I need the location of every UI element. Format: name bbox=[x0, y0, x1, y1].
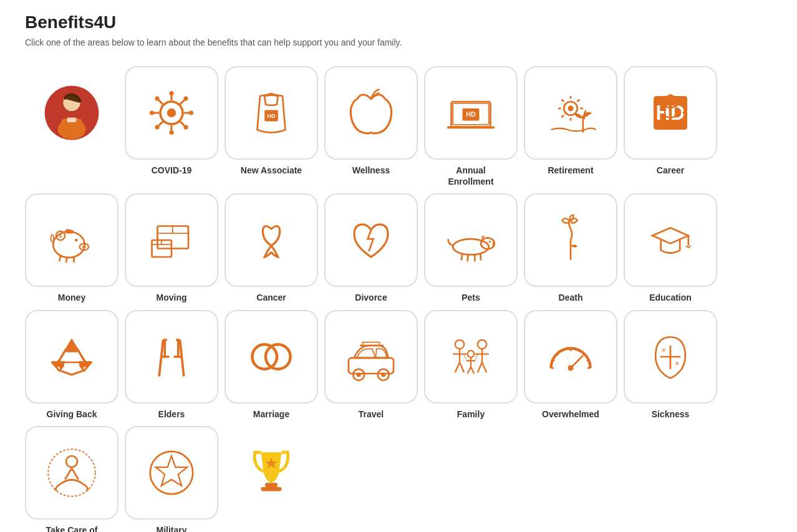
svg-rect-130 bbox=[265, 483, 278, 487]
tile-new-associate[interactable]: HD New Associate bbox=[225, 66, 318, 187]
svg-point-10 bbox=[169, 130, 173, 135]
svg-point-14 bbox=[189, 110, 193, 115]
svg-point-45 bbox=[683, 111, 686, 114]
tile-career-label: Career bbox=[657, 165, 684, 176]
tile-overwhelmed-label: Overwhelmed bbox=[542, 409, 599, 420]
tile-marriage-label: Marriage bbox=[253, 409, 289, 420]
svg-line-81 bbox=[180, 340, 184, 377]
tile-covid19[interactable]: COVID-19 bbox=[125, 66, 218, 187]
svg-line-100 bbox=[460, 362, 464, 372]
svg-line-52 bbox=[59, 256, 60, 262]
tile-new-associate-label: New Associate bbox=[241, 165, 302, 176]
svg-line-39 bbox=[562, 115, 564, 118]
svg-point-125 bbox=[675, 362, 679, 365]
tile-elders[interactable]: Elders bbox=[125, 310, 218, 420]
svg-marker-129 bbox=[156, 456, 187, 486]
tile-sickness[interactable]: Sickness bbox=[624, 310, 717, 420]
tile-money-label: Money bbox=[58, 292, 85, 303]
tiles-grid: COVID-19 HD New Associate bbox=[25, 66, 772, 532]
svg-line-70 bbox=[480, 254, 481, 261]
svg-line-68 bbox=[468, 255, 468, 262]
svg-text:HD: HD bbox=[268, 113, 276, 119]
svg-line-104 bbox=[478, 362, 482, 372]
svg-point-89 bbox=[357, 372, 361, 377]
svg-line-67 bbox=[461, 254, 463, 261]
tile-divorce-label: Divorce bbox=[355, 292, 387, 303]
tile-giving-back-label: Giving Back bbox=[47, 409, 97, 420]
svg-line-19 bbox=[180, 100, 184, 105]
svg-point-18 bbox=[183, 125, 188, 129]
svg-point-124 bbox=[662, 348, 665, 351]
svg-point-50 bbox=[75, 239, 78, 242]
svg-point-65 bbox=[489, 241, 491, 243]
svg-point-66 bbox=[492, 243, 495, 246]
svg-line-109 bbox=[468, 367, 471, 374]
tile-take-care-of-you[interactable]: Take Care ofYou bbox=[25, 426, 118, 532]
svg-line-21 bbox=[159, 121, 163, 125]
svg-text:HD: HD bbox=[656, 102, 685, 124]
svg-line-17 bbox=[180, 121, 184, 125]
svg-rect-3 bbox=[67, 118, 77, 123]
tile-travel[interactable]: Travel bbox=[324, 310, 418, 420]
svg-line-110 bbox=[471, 367, 474, 374]
tile-pets-label: Pets bbox=[461, 292, 480, 303]
tile-pets[interactable]: Pets bbox=[424, 193, 518, 303]
tile-divorce[interactable]: Divorce bbox=[324, 193, 418, 303]
tile-death-label: Death bbox=[559, 292, 583, 303]
tile-death[interactable]: Death bbox=[524, 193, 617, 303]
svg-point-12 bbox=[150, 110, 154, 115]
svg-line-112 bbox=[475, 354, 478, 360]
svg-line-99 bbox=[455, 362, 460, 372]
tile-education-label: Education bbox=[649, 292, 692, 303]
svg-rect-131 bbox=[261, 487, 282, 491]
svg-line-15 bbox=[159, 100, 163, 105]
tile-overwhelmed[interactable]: Overwhelmed bbox=[524, 310, 617, 420]
tile-education[interactable]: Education bbox=[624, 193, 717, 303]
svg-text:$: $ bbox=[59, 234, 62, 239]
tile-giving-back[interactable]: Giving Back bbox=[25, 310, 118, 420]
svg-line-77 bbox=[159, 340, 163, 377]
tile-wellness-label: Wellness bbox=[352, 165, 390, 176]
svg-point-16 bbox=[155, 96, 159, 100]
tile-travel-label: Travel bbox=[359, 409, 384, 420]
tile-money[interactable]: $ Money bbox=[25, 193, 118, 303]
svg-point-91 bbox=[381, 372, 385, 377]
tile-retirement-label: Retirement bbox=[548, 165, 593, 176]
tile-marriage[interactable]: Marriage bbox=[225, 310, 318, 420]
tile-annual-enrollment[interactable]: HD AnnualEnrollment bbox=[424, 66, 518, 187]
tile-military[interactable]: Military bbox=[125, 426, 218, 532]
tile-wellness[interactable]: Wellness bbox=[324, 66, 418, 187]
tile-associate[interactable] bbox=[25, 66, 118, 187]
tile-moving-label: Moving bbox=[157, 292, 187, 303]
svg-point-49 bbox=[84, 246, 86, 248]
svg-point-121 bbox=[568, 365, 574, 370]
svg-point-20 bbox=[183, 96, 188, 100]
svg-point-8 bbox=[169, 91, 173, 95]
tile-achievement[interactable] bbox=[225, 426, 318, 532]
svg-line-36 bbox=[562, 99, 564, 102]
tile-family[interactable]: Family bbox=[424, 310, 518, 420]
tile-annual-enrollment-label: AnnualEnrollment bbox=[448, 165, 493, 187]
svg-point-126 bbox=[66, 456, 77, 467]
svg-line-105 bbox=[482, 362, 486, 372]
page-subtitle: Click one of the areas below to learn ab… bbox=[25, 37, 772, 47]
svg-point-6 bbox=[167, 109, 176, 117]
tile-cancer-label: Cancer bbox=[256, 292, 286, 303]
svg-point-48 bbox=[82, 246, 84, 248]
svg-line-111 bbox=[464, 354, 466, 360]
tile-career[interactable]: HD Career bbox=[624, 66, 717, 187]
tile-cancer[interactable]: Cancer bbox=[225, 193, 318, 303]
tile-family-label: Family bbox=[457, 409, 485, 420]
svg-point-31 bbox=[568, 105, 574, 111]
svg-point-96 bbox=[455, 340, 464, 349]
svg-marker-74 bbox=[65, 339, 79, 350]
page-title: Benefits4U bbox=[25, 12, 772, 32]
svg-line-53 bbox=[66, 257, 67, 263]
tile-retirement[interactable]: Retirement bbox=[524, 66, 617, 187]
svg-point-101 bbox=[478, 340, 486, 349]
svg-text:HD: HD bbox=[466, 110, 476, 118]
tile-covid19-label: COVID-19 bbox=[152, 165, 192, 176]
svg-point-106 bbox=[468, 351, 475, 357]
tile-moving[interactable]: Moving bbox=[125, 193, 218, 303]
tile-sickness-label: Sickness bbox=[652, 409, 690, 420]
